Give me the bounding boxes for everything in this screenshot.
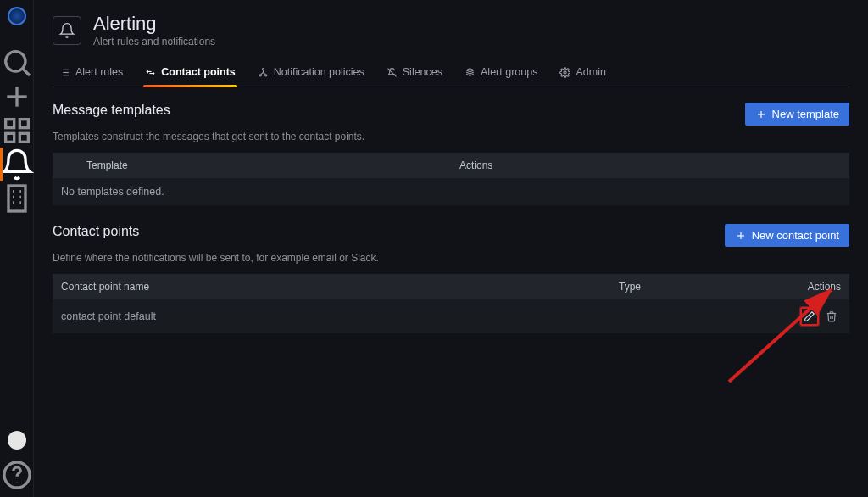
- main-content: Alerting Alert rules and notifications A…: [34, 0, 868, 497]
- bell-icon: [53, 16, 81, 45]
- svg-line-1: [23, 70, 30, 76]
- contacts-col-name: Contact point name: [53, 274, 610, 299]
- contact-point-type: [610, 299, 773, 333]
- svg-point-24: [259, 74, 261, 75]
- page-subtitle: Alert rules and notifications: [93, 36, 215, 47]
- help-icon[interactable]: [0, 458, 34, 492]
- svg-point-25: [264, 74, 266, 75]
- contacts-col-type: Type: [610, 274, 773, 299]
- tab-admin[interactable]: Admin: [558, 59, 607, 87]
- page-header: Alerting Alert rules and notifications: [53, 14, 849, 47]
- templates-table: Template Actions No templates defined.: [53, 153, 849, 205]
- templates-desc: Templates construct the messages that ge…: [53, 131, 849, 142]
- tab-label: Alert groups: [481, 66, 537, 78]
- svg-rect-4: [5, 120, 14, 128]
- search-icon[interactable]: [0, 46, 34, 80]
- new-contact-point-button[interactable]: New contact point: [725, 224, 849, 247]
- tab-label: Notification policies: [274, 66, 364, 78]
- dashboards-icon[interactable]: [0, 114, 34, 148]
- table-row: contact point default: [53, 299, 849, 333]
- new-template-button[interactable]: New template: [745, 103, 849, 126]
- templates-col-template: Template: [78, 153, 451, 178]
- grafana-logo[interactable]: [8, 7, 26, 25]
- plus-icon[interactable]: [0, 80, 34, 114]
- svg-line-26: [387, 68, 396, 76]
- svg-point-23: [262, 68, 264, 70]
- trash-icon[interactable]: [822, 307, 841, 326]
- avatar[interactable]: [8, 431, 26, 450]
- table-row: No templates defined.: [53, 178, 849, 205]
- tab-contact-points[interactable]: Contact points: [143, 59, 237, 87]
- new-template-label: New template: [772, 108, 839, 120]
- contacts-col-actions: Actions: [773, 274, 849, 299]
- svg-rect-6: [5, 133, 14, 142]
- edit-icon[interactable]: [800, 307, 819, 326]
- contacts-title: Contact points: [53, 224, 139, 239]
- tab-alert-groups[interactable]: Alert groups: [463, 59, 539, 87]
- tab-label: Alert rules: [75, 66, 123, 78]
- tab-notification-policies[interactable]: Notification policies: [256, 59, 366, 87]
- tab-label: Admin: [576, 66, 605, 78]
- alerting-icon[interactable]: [0, 148, 34, 181]
- svg-rect-8: [8, 186, 25, 211]
- left-sidebar: [0, 0, 34, 497]
- contacts-desc: Define where the notifications will be s…: [53, 252, 849, 264]
- tab-silences[interactable]: Silences: [385, 59, 444, 87]
- tab-label: Silences: [403, 66, 442, 78]
- new-contact-point-label: New contact point: [752, 229, 839, 242]
- tabs: Alert rules Contact points Notification …: [53, 59, 849, 87]
- templates-empty: No templates defined.: [53, 178, 849, 205]
- contact-point-name: contact point default: [53, 299, 610, 333]
- contacts-table: Contact point name Type Actions contact …: [53, 274, 849, 333]
- svg-rect-5: [19, 120, 28, 128]
- building-icon[interactable]: [0, 181, 34, 215]
- templates-title: Message templates: [53, 103, 170, 118]
- svg-rect-7: [19, 133, 28, 142]
- templates-col-actions: Actions: [451, 153, 849, 178]
- page-title: Alerting: [93, 14, 215, 34]
- tab-label: Contact points: [161, 66, 236, 78]
- svg-point-27: [564, 71, 566, 74]
- tab-alert-rules[interactable]: Alert rules: [58, 59, 125, 87]
- svg-point-0: [5, 52, 25, 71]
